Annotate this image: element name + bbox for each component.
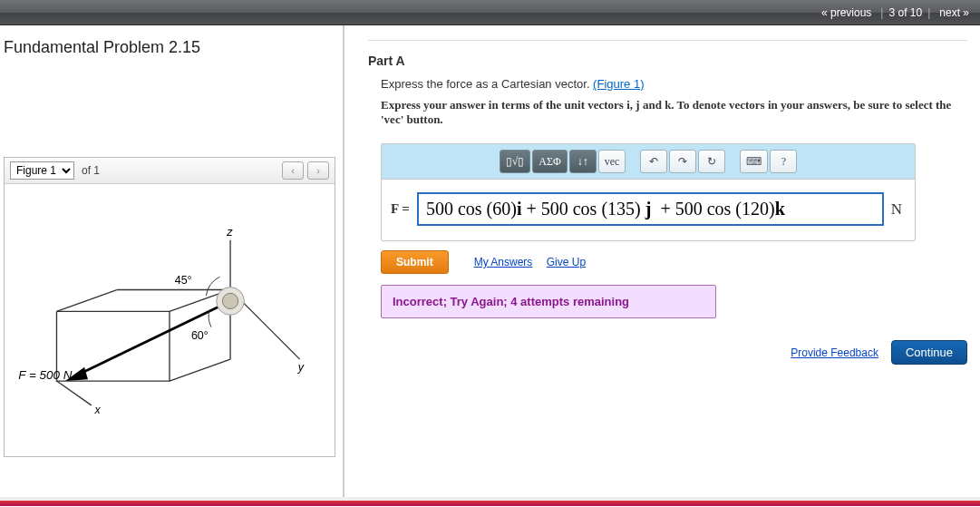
figure-select[interactable]: Figure 1	[10, 161, 74, 180]
figure-header: Figure 1 of 1 ‹ ›	[5, 158, 335, 184]
nav-separator: |	[927, 6, 930, 19]
instruction-text: Express the force as a Cartesian vector.…	[381, 77, 967, 91]
answer-unit: N	[891, 200, 906, 219]
problem-title: Fundamental Problem 2.15	[4, 38, 335, 57]
feedback-message: Incorrect; Try Again; 4 attempts remaini…	[381, 285, 716, 318]
give-up-link[interactable]: Give Up	[547, 256, 586, 268]
axis-x-label: x	[94, 404, 102, 416]
svg-point-6	[222, 293, 238, 308]
my-answers-link[interactable]: My Answers	[474, 256, 533, 268]
subscript-button[interactable]: ↓↑	[569, 150, 597, 173]
equation-toolbar: ▯√▯ ΑΣΦ ↓↑ vec ↶ ↷ ↻ ⌨ ?	[382, 144, 915, 180]
axis-y-label: y	[297, 361, 305, 374]
greek-button[interactable]: ΑΣΦ	[532, 150, 567, 173]
figure-diagram: z y x 45° 60° F = 500 N	[5, 184, 335, 456]
help-button[interactable]: ?	[770, 150, 797, 173]
action-row: Submit My Answers Give Up	[381, 250, 967, 274]
footer-bar	[0, 501, 980, 506]
undo-button[interactable]: ↶	[640, 150, 667, 173]
answer-input[interactable]: 500 cos (60)i + 500 cos (135) j + 500 co…	[417, 192, 884, 226]
figure-count: of 1	[82, 164, 100, 177]
provide-feedback-link[interactable]: Provide Feedback	[791, 346, 878, 359]
nav-separator: |	[880, 6, 883, 19]
nav-position: 3 of 10	[888, 6, 922, 19]
figure-next-button[interactable]: ›	[307, 161, 329, 180]
answer-box: ▯√▯ ΑΣΦ ↓↑ vec ↶ ↷ ↻ ⌨ ? F = 500 cos (60…	[381, 143, 916, 241]
figure-prev-button[interactable]: ‹	[282, 161, 304, 180]
previous-link[interactable]: « previous	[818, 6, 875, 19]
left-column: Fundamental Problem 2.15 Figure 1 of 1 ‹…	[0, 25, 344, 497]
figure-link[interactable]: (Figure 1)	[593, 77, 644, 91]
bottom-row: Provide Feedback Continue	[368, 340, 967, 365]
svg-line-2	[56, 381, 91, 405]
answer-lhs: F =	[391, 201, 410, 217]
angle-60-label: 60°	[191, 329, 209, 342]
figure-panel: Figure 1 of 1 ‹ ›	[4, 157, 335, 457]
top-nav: « previous | 3 of 10 | next »	[0, 0, 980, 25]
angle-45-label: 45°	[175, 274, 192, 287]
vec-button[interactable]: vec	[598, 150, 626, 173]
submit-button[interactable]: Submit	[381, 250, 449, 274]
continue-button[interactable]: Continue	[891, 340, 967, 365]
right-column: Part A Express the force as a Cartesian …	[344, 25, 980, 497]
keyboard-button[interactable]: ⌨	[740, 150, 768, 173]
next-link[interactable]: next »	[936, 6, 973, 19]
answer-row: F = 500 cos (60)i + 500 cos (135) j + 50…	[382, 180, 915, 240]
axis-z-label: z	[226, 226, 233, 239]
part-title: Part A	[368, 54, 967, 68]
reset-button[interactable]: ↻	[698, 150, 725, 173]
templates-button[interactable]: ▯√▯	[500, 150, 531, 173]
force-label: F = 500 N	[18, 368, 72, 382]
redo-button[interactable]: ↷	[669, 150, 696, 173]
format-hint: Express your answer in terms of the unit…	[381, 98, 967, 127]
